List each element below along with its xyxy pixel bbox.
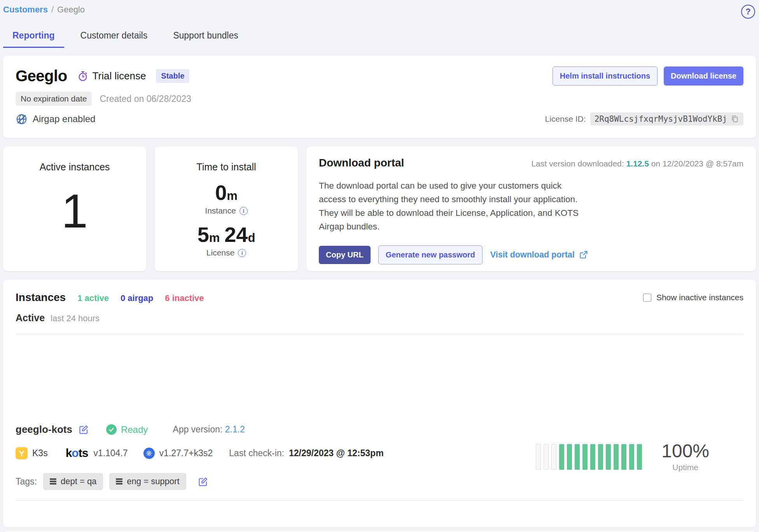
- uptime-bar-up: [614, 444, 619, 470]
- instance-status: Ready: [106, 424, 148, 435]
- last-checkin-value: 12/29/2023 @ 12:53pm: [289, 448, 384, 458]
- time-to-install-card: Time to install 0m Instance i 5m24d Lice…: [155, 147, 298, 271]
- customer-name: Geeglo: [16, 67, 67, 85]
- license-type: Trial license: [77, 70, 146, 82]
- breadcrumb-customers-link[interactable]: Customers: [3, 5, 48, 15]
- active-instances-title: Active instances: [3, 161, 146, 173]
- active-instances-card: Active instances 1: [3, 147, 146, 271]
- tab-support-bundles[interactable]: Support bundles: [164, 26, 248, 48]
- uptime-bar-up: [598, 444, 603, 470]
- last-version-downloaded: Last version downloaded: 1.12.5 on 12/20…: [531, 159, 743, 168]
- tag-icon: [50, 478, 56, 485]
- tab-bar: Reporting Customer details Support bundl…: [3, 26, 756, 48]
- uptime-bar-up: [575, 444, 580, 470]
- show-inactive-label: Show inactive instances: [656, 293, 743, 302]
- tag-icon: [116, 478, 122, 485]
- tag-pill: dept = qa: [43, 473, 103, 490]
- copy-icon[interactable]: [731, 115, 739, 123]
- stats-row: Active instances 1 Time to install 0m In…: [3, 147, 756, 271]
- external-link-icon: [579, 250, 588, 259]
- tag-pill: eng = support: [109, 473, 186, 490]
- last-version-link[interactable]: 1.12.5: [626, 159, 649, 168]
- copy-url-button[interactable]: Copy URL: [319, 246, 371, 264]
- download-portal-title: Download portal: [319, 157, 404, 169]
- license-time-label: License: [206, 248, 234, 257]
- download-license-button[interactable]: Download license: [664, 66, 743, 86]
- instances-title: Instances: [16, 291, 66, 304]
- show-inactive-checkbox[interactable]: [643, 294, 651, 302]
- instance-row: geeglo-kots Ready: [16, 424, 743, 490]
- show-inactive-toggle[interactable]: Show inactive instances: [643, 293, 743, 302]
- generate-new-password-button[interactable]: Generate new password: [378, 245, 483, 264]
- created-date: Created on 06/28/2023: [100, 94, 191, 104]
- airgap-count-filter[interactable]: 0 airgap: [121, 293, 153, 303]
- license-install-time: 5m24d: [155, 224, 298, 245]
- uptime-bar-up: [567, 444, 572, 470]
- active-count-filter[interactable]: 1 active: [77, 293, 109, 303]
- uptime-bar-up: [637, 444, 642, 470]
- active-instances-value: 1: [3, 187, 146, 235]
- download-portal-description: The download portal can be used to give …: [319, 179, 591, 234]
- kubernetes-icon: ⎈: [143, 448, 155, 459]
- breadcrumb-current: Geeglo: [57, 5, 85, 15]
- customer-summary-card: Geeglo Trial license Stable: [3, 56, 756, 138]
- instance-name: geeglo-kots: [16, 424, 72, 436]
- inactive-count-filter[interactable]: 6 inactive: [165, 293, 204, 303]
- instance-install-time: 0m: [155, 182, 298, 203]
- trial-timer-icon: [77, 71, 88, 82]
- kubernetes-version: v1.27.7+k3s2: [159, 448, 213, 458]
- uptime-bar-empty: [544, 444, 549, 470]
- breadcrumb-separator: /: [51, 5, 54, 15]
- customer-reporting-page: Customers / Geeglo ? Reporting Customer …: [0, 0, 759, 532]
- helm-install-instructions-button[interactable]: Helm install instructions: [553, 66, 658, 86]
- divider: [16, 500, 743, 500]
- license-id-value: 2Rq8WLcsjfxqrMysjvB1WodYkBj: [595, 114, 727, 124]
- kots-version: v1.104.7: [93, 448, 128, 458]
- visit-download-portal-link[interactable]: Visit download portal: [490, 250, 588, 260]
- uptime-bar-up: [590, 444, 595, 470]
- app-version-link[interactable]: 2.1.2: [225, 424, 245, 434]
- expiration-badge: No expiration date: [16, 92, 92, 106]
- uptime-bar-up: [606, 444, 611, 470]
- tab-reporting[interactable]: Reporting: [3, 26, 64, 48]
- edit-instance-name-icon[interactable]: [79, 424, 89, 435]
- instances-card: Instances 1 active 0 airgap 6 inactive S…: [3, 280, 756, 527]
- channel-badge: Stable: [156, 69, 189, 83]
- time-to-install-title: Time to install: [155, 161, 298, 173]
- active-section-sublabel: last 24 hours: [51, 313, 100, 324]
- edit-tags-icon[interactable]: [198, 476, 208, 487]
- help-icon[interactable]: ?: [741, 5, 755, 19]
- breadcrumb: Customers / Geeglo: [3, 5, 85, 15]
- license-id-label: License ID:: [545, 114, 586, 124]
- uptime-summary: 100% Uptime: [536, 442, 709, 472]
- license-id-row: License ID: 2Rq8WLcsjfxqrMysjvB1WodYkBj: [545, 112, 743, 126]
- info-icon[interactable]: i: [240, 207, 248, 215]
- uptime-bar-empty: [536, 444, 541, 470]
- tags-label: Tags:: [16, 476, 37, 487]
- tab-customer-details[interactable]: Customer details: [71, 26, 157, 48]
- instance-status-label: Ready: [121, 424, 148, 435]
- divider: [16, 334, 743, 334]
- uptime-bar-up: [629, 444, 634, 470]
- uptime-bar-chart: [536, 444, 642, 470]
- kots-logo: kots: [66, 446, 88, 460]
- uptime-percentage: 100%: [661, 442, 709, 460]
- uptime-label: Uptime: [661, 463, 709, 472]
- info-icon[interactable]: i: [238, 249, 246, 257]
- top-bar: Customers / Geeglo ?: [3, 0, 756, 19]
- distro-label: K3s: [32, 448, 48, 458]
- license-id-pill: 2Rq8WLcsjfxqrMysjvB1WodYkBj: [590, 112, 743, 126]
- uptime-bar-up: [621, 444, 626, 470]
- download-portal-card: Download portal Last version downloaded:…: [306, 147, 756, 271]
- app-version: App version: 2.1.2: [173, 424, 245, 435]
- last-checkin-label: Last check-in:: [229, 448, 284, 458]
- instance-time-label: Instance: [205, 206, 236, 215]
- active-section-label: Active: [16, 312, 45, 324]
- ready-check-icon: [106, 424, 117, 435]
- airgap-label: Airgap enabled: [33, 114, 95, 124]
- uptime-bar-up: [559, 444, 564, 470]
- uptime-bar-empty: [551, 444, 556, 470]
- k3s-icon: [16, 447, 28, 459]
- license-type-label: Trial license: [93, 70, 146, 82]
- uptime-bar-up: [582, 444, 588, 470]
